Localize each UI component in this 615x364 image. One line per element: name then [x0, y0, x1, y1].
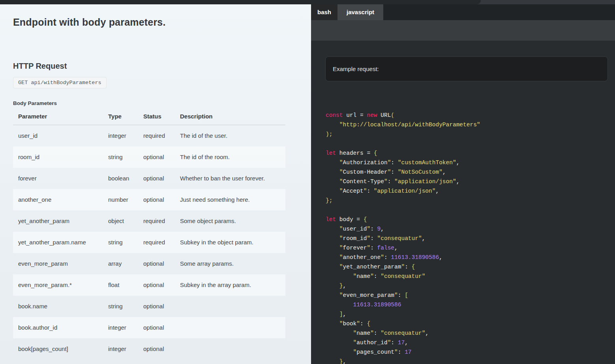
code-token: : [398, 349, 405, 355]
code-token: { [367, 321, 370, 327]
code-token: : [374, 330, 381, 336]
code-token: "application/json" [374, 188, 436, 194]
code-token: "consequatur" [377, 235, 422, 242]
code-token: "consequatur" [381, 273, 425, 280]
code-token: " [326, 273, 356, 280]
code-line: "forever": false, [326, 243, 615, 253]
code-token: " [326, 292, 343, 298]
cell-description: Subkey in the object param. [180, 232, 285, 253]
code-token: " [326, 349, 356, 355]
code-line: 11613.31890586 [326, 300, 615, 310]
code-token: " [367, 226, 370, 232]
code-token: , [439, 254, 442, 261]
code-token: : [391, 159, 398, 166]
code-token: , [456, 178, 460, 185]
code-token: { [364, 216, 367, 223]
cell-description [180, 317, 285, 338]
code-token: : [384, 254, 391, 261]
code-token: name [356, 330, 370, 336]
code-block: const url = new URL( "http://localhost/a… [326, 111, 615, 364]
top-header-dark-segment [0, 0, 481, 4]
cell-parameter: book.author_id [13, 317, 108, 338]
code-token: " [326, 178, 343, 185]
code-token: 17 [398, 340, 405, 346]
code-token: } [326, 358, 343, 364]
code-example-panel: bashjavascript Example request: const ur… [311, 4, 615, 364]
code-token: , [456, 159, 460, 166]
table-row: user_idintegerrequiredThe id of the user… [13, 125, 285, 146]
code-token: 17 [405, 349, 411, 355]
code-token: , [405, 340, 408, 346]
code-token: " [326, 264, 343, 270]
cell-parameter: forever [13, 168, 108, 189]
code-token: : [370, 245, 377, 251]
code-token: another_one [343, 254, 381, 261]
documentation-panel: Endpoint with body parameters. HTTP Requ… [0, 4, 311, 364]
code-token: Custom-Header [343, 169, 388, 175]
code-token: , [381, 226, 384, 232]
tab-javascript[interactable]: javascript [338, 4, 383, 20]
api-docs-page: Endpoint with body parameters. HTTP Requ… [0, 0, 615, 364]
code-token: let [326, 150, 339, 156]
code-token: " [326, 235, 343, 242]
code-line: "book": { [326, 319, 615, 328]
code-token: , [425, 330, 429, 336]
code-token: " [326, 321, 343, 327]
cell-status: required [143, 210, 180, 232]
params-header-row: ParameterTypeStatusDescription [13, 113, 285, 125]
table-row: even_more_paramarrayoptionalSome array p… [13, 253, 285, 274]
tab-bash[interactable]: bash [311, 4, 338, 20]
code-line: "Authorization": "customAuthToken", [326, 158, 615, 167]
body-parameters-table: ParameterTypeStatusDescription user_idin… [13, 113, 285, 360]
cell-parameter: room_id [13, 146, 108, 168]
cell-parameter: book[pages_count] [13, 338, 108, 360]
code-token: , [343, 311, 347, 317]
code-token: " [367, 245, 370, 251]
cell-status: optional [143, 146, 180, 168]
code-token: , [343, 283, 347, 289]
code-line: "room_id": "consequatur", [326, 234, 615, 243]
cell-description [180, 296, 285, 317]
table-row: even_more_param.*floatoptionalSubkey in … [13, 274, 285, 296]
code-token: " [394, 349, 398, 355]
code-token: " [381, 254, 384, 261]
code-line: "name": "consequatur", [326, 328, 615, 338]
cell-status: optional [143, 274, 180, 296]
code-token: " [384, 178, 388, 185]
code-line: "author_id": 17, [326, 338, 615, 347]
code-line: "Accept": "application/json", [326, 186, 615, 196]
code-token: ] [326, 311, 343, 317]
body-parameters-label: Body Parameters [13, 100, 311, 106]
code-token: " [326, 340, 356, 346]
cell-type: integer [108, 338, 143, 360]
code-token: : [388, 178, 394, 185]
cell-description: Just need something here. [180, 189, 285, 210]
code-token: , [435, 188, 439, 194]
code-token: Authorization [343, 159, 388, 166]
table-row: foreverbooleanoptionalWhether to ban the… [13, 168, 285, 189]
cell-description: The id of the user. [180, 125, 285, 146]
cell-description: The id of the room. [180, 146, 285, 168]
cell-type: float [108, 274, 143, 296]
code-token: "customAuthToken" [398, 159, 456, 166]
cell-type: number [108, 189, 143, 210]
code-token: " [367, 235, 370, 242]
code-token: even_more_param [343, 292, 395, 298]
example-request-box: Example request: [325, 56, 608, 81]
code-line [326, 205, 615, 215]
code-token: forever [343, 245, 367, 251]
code-token: : [367, 188, 373, 194]
code-token: ); [326, 131, 332, 137]
code-token: } [326, 283, 343, 289]
cell-type: object [108, 210, 143, 232]
code-token: book [343, 321, 357, 327]
cell-type: boolean [108, 168, 143, 189]
code-token: pages_count [356, 349, 394, 355]
column-header-status: Status [143, 113, 180, 125]
code-token: : [391, 340, 398, 346]
code-token: " [326, 245, 343, 251]
cell-parameter: even_more_param [13, 253, 108, 274]
code-token: room_id [343, 235, 367, 242]
code-token: , [394, 245, 398, 251]
cell-status: optional [143, 296, 180, 317]
